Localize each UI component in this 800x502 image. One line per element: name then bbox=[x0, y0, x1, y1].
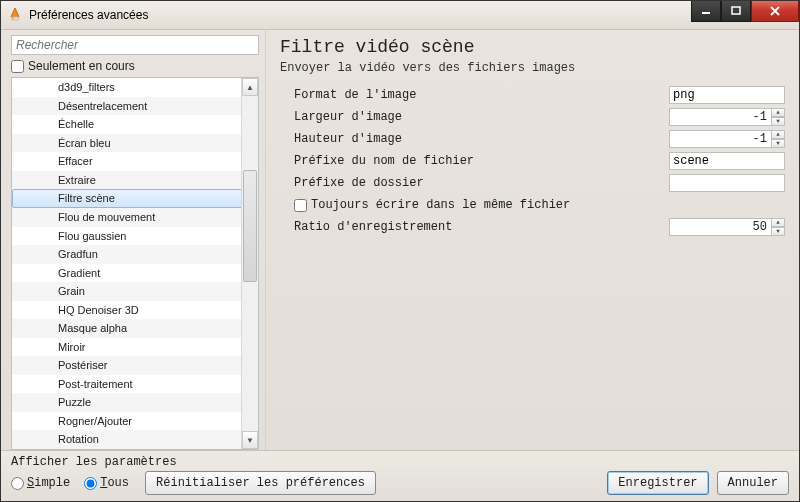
only-current-label: Seulement en cours bbox=[28, 59, 135, 73]
height-step-up[interactable]: ▲ bbox=[771, 130, 785, 139]
svg-rect-3 bbox=[702, 12, 710, 14]
ratio-step-up[interactable]: ▲ bbox=[771, 218, 785, 227]
scrollbar[interactable]: ▲ ▼ bbox=[241, 78, 258, 449]
window-controls bbox=[691, 1, 799, 21]
radio-tous-label: Tous bbox=[100, 476, 129, 490]
right-pane: Filtre vidéo scène Envoyer la vidéo vers… bbox=[266, 29, 799, 450]
tree: d3d9_filtersDésentrelacementÉchelleÉcran… bbox=[11, 77, 259, 450]
height-spinner[interactable]: -1 ▲ ▼ bbox=[669, 130, 785, 148]
page-subtitle: Envoyer la vidéo vers des fichiers image… bbox=[280, 61, 785, 75]
tree-item[interactable]: Rogner/Ajouter bbox=[12, 412, 258, 431]
width-step-up[interactable]: ▲ bbox=[771, 108, 785, 117]
footer: Afficher les paramètres Simple Tous Réin… bbox=[1, 450, 799, 501]
ratio-value[interactable]: 50 bbox=[669, 218, 771, 236]
tree-list[interactable]: d3d9_filtersDésentrelacementÉchelleÉcran… bbox=[12, 78, 258, 449]
only-current-checkbox-input[interactable] bbox=[11, 60, 24, 73]
tree-item[interactable]: Échelle bbox=[12, 115, 258, 134]
format-input[interactable] bbox=[669, 86, 785, 104]
view-mode-radio[interactable]: Simple Tous bbox=[11, 476, 129, 490]
tree-item[interactable]: HQ Denoiser 3D bbox=[12, 301, 258, 320]
tree-item[interactable]: Sépia bbox=[12, 449, 258, 450]
window-title: Préférences avancées bbox=[29, 8, 148, 22]
scroll-thumb[interactable] bbox=[243, 170, 257, 282]
tree-item[interactable]: Masque alpha bbox=[12, 319, 258, 338]
tree-item[interactable]: Flou de mouvement bbox=[12, 208, 258, 227]
label-format: Format de l'image bbox=[280, 88, 665, 102]
titlebar: Préférences avancées bbox=[1, 1, 799, 30]
width-spinner[interactable]: -1 ▲ ▼ bbox=[669, 108, 785, 126]
tree-item[interactable]: d3d9_filters bbox=[12, 78, 258, 97]
width-step-down[interactable]: ▼ bbox=[771, 117, 785, 126]
dir-input[interactable] bbox=[669, 174, 785, 192]
height-step-down[interactable]: ▼ bbox=[771, 139, 785, 148]
ratio-spinner[interactable]: 50 ▲ ▼ bbox=[669, 218, 785, 236]
save-button[interactable]: Enregistrer bbox=[607, 471, 708, 495]
tree-item[interactable]: Gradient bbox=[12, 264, 258, 283]
svg-rect-4 bbox=[732, 7, 740, 14]
tree-item[interactable]: Extraire bbox=[12, 171, 258, 190]
label-ratio: Ratio d'enregistrement bbox=[280, 220, 665, 234]
tree-item[interactable]: Désentrelacement bbox=[12, 97, 258, 116]
left-pane: Seulement en cours d3d9_filtersDésentrel… bbox=[1, 29, 266, 450]
reset-button[interactable]: Réinitialiser les préférences bbox=[145, 471, 376, 495]
tree-item[interactable]: Rotation bbox=[12, 430, 258, 449]
always-write-checkbox[interactable] bbox=[294, 199, 307, 212]
label-dir: Préfixe de dossier bbox=[280, 176, 665, 190]
radio-tous[interactable]: Tous bbox=[84, 476, 129, 490]
tree-item[interactable]: Flou gaussien bbox=[12, 227, 258, 246]
tree-item[interactable]: Puzzle bbox=[12, 393, 258, 412]
svg-marker-0 bbox=[11, 8, 19, 17]
show-params-label: Afficher les paramètres bbox=[11, 455, 789, 469]
main-area: Seulement en cours d3d9_filtersDésentrel… bbox=[1, 29, 799, 450]
tree-item[interactable]: Effacer bbox=[12, 152, 258, 171]
radio-tous-input[interactable] bbox=[84, 477, 97, 490]
tree-item[interactable]: Écran bleu bbox=[12, 134, 258, 153]
maximize-button[interactable] bbox=[721, 1, 751, 22]
ratio-step-down[interactable]: ▼ bbox=[771, 227, 785, 236]
scroll-down-button[interactable]: ▼ bbox=[242, 431, 258, 449]
tree-item[interactable]: Filtre scène bbox=[12, 189, 258, 208]
label-height: Hauteur d'image bbox=[280, 132, 665, 146]
app-icon bbox=[7, 7, 23, 23]
label-prefix: Préfixe du nom de fichier bbox=[280, 154, 665, 168]
tree-item[interactable]: Gradfun bbox=[12, 245, 258, 264]
minimize-button[interactable] bbox=[691, 1, 721, 22]
tree-item[interactable]: Post-traitement bbox=[12, 375, 258, 394]
client-area: Seulement en cours d3d9_filtersDésentrel… bbox=[1, 29, 799, 501]
close-button[interactable] bbox=[751, 1, 799, 22]
radio-simple-input[interactable] bbox=[11, 477, 24, 490]
window: Préférences avancées Seulement en cours bbox=[0, 0, 800, 502]
label-always: Toujours écrire dans le même fichier bbox=[311, 198, 570, 212]
height-value[interactable]: -1 bbox=[669, 130, 771, 148]
label-width: Largeur d'image bbox=[280, 110, 665, 124]
page-title: Filtre vidéo scène bbox=[280, 37, 785, 57]
tree-item[interactable]: Grain bbox=[12, 282, 258, 301]
scroll-up-button[interactable]: ▲ bbox=[242, 78, 258, 96]
radio-simple-label: Simple bbox=[27, 476, 70, 490]
search-input[interactable] bbox=[11, 35, 259, 55]
only-current-checkbox[interactable]: Seulement en cours bbox=[11, 59, 259, 73]
tree-item[interactable]: Postériser bbox=[12, 356, 258, 375]
width-value[interactable]: -1 bbox=[669, 108, 771, 126]
cancel-button[interactable]: Annuler bbox=[717, 471, 789, 495]
svg-rect-2 bbox=[13, 18, 15, 19]
prefix-input[interactable] bbox=[669, 152, 785, 170]
tree-item[interactable]: Miroir bbox=[12, 338, 258, 357]
radio-simple[interactable]: Simple bbox=[11, 476, 70, 490]
